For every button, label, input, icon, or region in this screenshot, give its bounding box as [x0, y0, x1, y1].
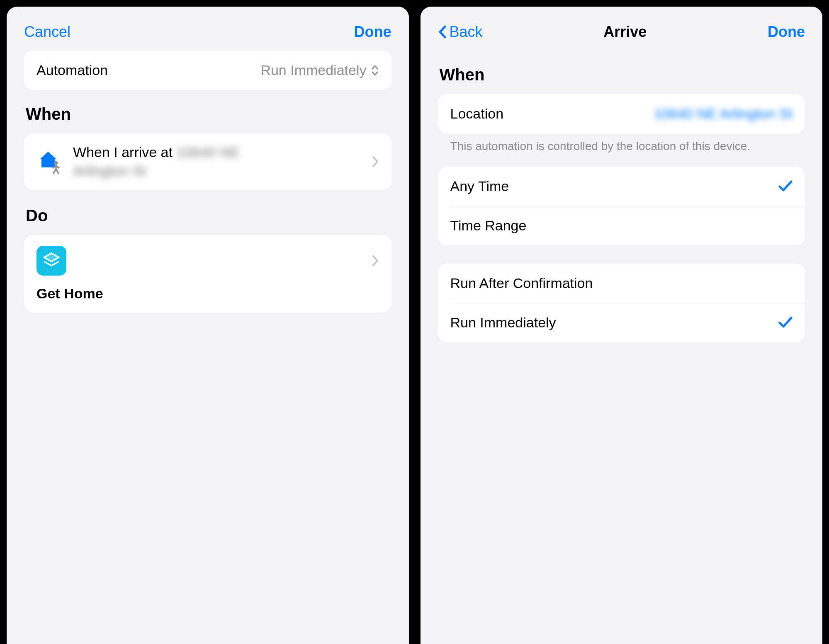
- time-options-card: Any Time Time Range: [438, 167, 805, 245]
- when-card: When I arrive at 10640 NE Arlington St: [24, 133, 391, 190]
- run-option-label: Run After Confirmation: [450, 275, 593, 291]
- back-label: Back: [450, 23, 483, 41]
- arrive-prefix: When I arrive at: [73, 144, 173, 160]
- cancel-button[interactable]: Cancel: [24, 23, 71, 41]
- time-option-label: Any Time: [450, 178, 509, 194]
- section-title-when: When: [26, 105, 391, 123]
- automation-label: Automation: [36, 62, 108, 78]
- shortcut-app-icon: [36, 246, 66, 276]
- run-option-immediate[interactable]: Run Immediately: [438, 303, 805, 342]
- chevron-left-icon: [438, 25, 447, 39]
- automation-value: Run Immediately: [260, 62, 379, 78]
- run-option-confirm[interactable]: Run After Confirmation: [438, 264, 805, 303]
- arrive-trigger-row[interactable]: When I arrive at 10640 NE Arlington St: [24, 133, 391, 190]
- checkmark-icon: [778, 316, 793, 329]
- content: Automation Run Immediately When: [7, 51, 409, 312]
- automation-value-text: Run Immediately: [260, 62, 366, 78]
- location-card: Location 10640 NE Arlington St: [438, 94, 805, 133]
- chevron-right-icon: [372, 155, 379, 168]
- arrive-detail-pane: Back Arrive Done When Location 10640 NE …: [421, 7, 823, 644]
- sheet: Cancel Done Automation Run Immediately: [7, 7, 409, 644]
- chevron-right-icon: [372, 254, 379, 267]
- navbar: Back Arrive Done: [421, 7, 823, 51]
- done-button[interactable]: Done: [354, 23, 391, 41]
- arrive-text: When I arrive at 10640 NE Arlington St: [73, 144, 362, 179]
- shortcut-name: Get Home: [36, 286, 379, 302]
- automation-mode-row[interactable]: Automation Run Immediately: [24, 51, 391, 90]
- location-row[interactable]: Location 10640 NE Arlington St: [438, 94, 805, 133]
- do-shortcut-card[interactable]: Get Home: [24, 235, 391, 312]
- sheet: Back Arrive Done When Location 10640 NE …: [421, 7, 823, 644]
- page-title: Arrive: [603, 23, 647, 41]
- navbar: Cancel Done: [7, 7, 409, 51]
- location-value: 10640 NE Arlington St: [654, 106, 793, 122]
- checkmark-icon: [778, 180, 793, 192]
- arrive-address-part2: Arlington St: [73, 163, 362, 179]
- time-option-label: Time Range: [450, 218, 527, 234]
- done-button[interactable]: Done: [768, 23, 805, 41]
- do-card-top: [36, 246, 379, 276]
- content: When Location 10640 NE Arlington St This…: [421, 65, 823, 342]
- arrive-line-1: When I arrive at 10640 NE: [73, 144, 362, 160]
- arrive-address-part1: 10640 NE: [177, 144, 239, 160]
- back-button[interactable]: Back: [438, 23, 483, 41]
- home-person-icon: [36, 148, 63, 175]
- run-options-card: Run After Confirmation Run Immediately: [438, 264, 805, 342]
- section-title-when: When: [440, 65, 805, 84]
- time-option-any[interactable]: Any Time: [438, 167, 805, 206]
- location-label: Location: [450, 106, 504, 122]
- section-title-do: Do: [26, 206, 391, 225]
- up-down-chevron-icon: [371, 64, 379, 77]
- time-option-range[interactable]: Time Range: [438, 206, 805, 245]
- automation-summary-pane: Cancel Done Automation Run Immediately: [7, 7, 409, 644]
- automation-mode-card: Automation Run Immediately: [24, 51, 391, 90]
- run-option-label: Run Immediately: [450, 315, 556, 331]
- location-footer-note: This automation is controlled by the loc…: [438, 138, 805, 167]
